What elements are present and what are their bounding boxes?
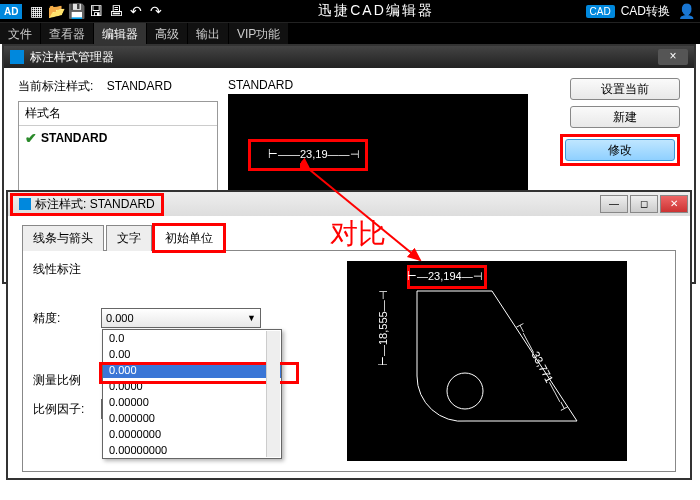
dialog1-close-button[interactable]: × [658,49,688,65]
dialog1-icon [10,50,24,64]
precision-option[interactable]: 0.0 [103,330,281,346]
precision-option[interactable]: 0.00000000 [103,442,281,458]
open-icon[interactable]: 📂 [47,2,65,20]
dialog1-title: 标注样式管理器 [30,49,658,66]
cad-convert-link[interactable]: CAD转换 [621,3,670,20]
precision-option[interactable]: 0.00 [103,346,281,362]
style-list-item[interactable]: ✔ STANDARD [19,126,217,150]
cad-badge-icon: CAD [586,5,615,18]
close-button[interactable]: ✕ [660,195,688,213]
current-style-value: STANDARD [107,79,172,93]
preview-box-2: ⊢—23,194—⊣ ⊢—18,555—⊣ ⊢——33,771——⊣ [347,261,627,461]
menu-editor[interactable]: 编辑器 [94,23,146,44]
new-icon[interactable]: ▦ [27,2,45,20]
precision-combobox[interactable]: 0.000 ▼ 0.0 0.00 0.000 0.0000 0.00000 0.… [101,308,261,328]
tab-content: 线性标注 精度: 0.000 ▼ 0.0 0.00 0.000 0.0000 0… [22,251,676,472]
dialog2-title-highlight: 标注样式: STANDARD [10,193,164,216]
chevron-down-icon: ▼ [247,313,256,323]
menu-advanced[interactable]: 高级 [147,23,187,44]
menu-file[interactable]: 文件 [0,23,40,44]
dialog1-titlebar: 标注样式管理器 × [4,46,694,68]
precision-value: 0.000 [106,312,134,324]
print-icon[interactable]: 🖶 [107,2,125,20]
user-icon[interactable]: 👤 [677,2,695,20]
saveall-icon[interactable]: 🖫 [87,2,105,20]
dialog2-icon [19,198,31,210]
precision-option-selected[interactable]: 0.000 [103,362,281,378]
style-list-header: 样式名 [19,102,217,126]
precision-option[interactable]: 0.0000000 [103,426,281,442]
current-style-row: 当前标注样式: STANDARD [18,78,218,95]
compare-annotation: 对比 [330,215,386,253]
new-button[interactable]: 新建 [570,106,680,128]
linear-dim-group-label: 线性标注 [33,261,333,278]
undo-icon[interactable]: ↶ [127,2,145,20]
maximize-button[interactable]: ◻ [630,195,658,213]
dim-text-1: ⊢——23,19——⊣ [268,148,360,161]
scale-section-label: 测量比例 [33,372,93,389]
dialog2-titlebar: 标注样式: STANDARD — ◻ ✕ [8,192,690,216]
app-title: 迅捷CAD编辑器 [166,2,585,20]
set-current-button[interactable]: 设置当前 [570,78,680,100]
style-item-label: STANDARD [41,131,107,145]
precision-label: 精度: [33,310,93,327]
modify-button-highlight: 修改 [560,134,680,166]
menu-output[interactable]: 输出 [188,23,228,44]
tab-primary-units[interactable]: 初始单位 [154,225,224,251]
check-icon: ✔ [25,130,37,146]
menu-vip[interactable]: VIP功能 [229,23,288,44]
menu-viewer[interactable]: 查看器 [41,23,93,44]
precision-option[interactable]: 0.0000 [103,378,281,394]
redo-icon[interactable]: ↷ [147,2,165,20]
scale-factor-label: 比例因子: [33,401,93,418]
current-style-label: 当前标注样式: [18,79,93,93]
dropdown-scrollbar[interactable] [266,331,280,457]
preview-shape [347,261,627,461]
tab-text[interactable]: 文字 [106,225,152,251]
dialog2-title: 标注样式: STANDARD [35,196,155,213]
preview-label: STANDARD [228,78,528,92]
tab-lines-arrows[interactable]: 线条与箭头 [22,225,104,251]
menu-bar: 文件 查看器 编辑器 高级 输出 VIP功能 [0,22,700,44]
app-logo: AD [0,4,22,19]
minimize-button[interactable]: — [600,195,628,213]
precision-option[interactable]: 0.000000 [103,410,281,426]
save-icon[interactable]: 💾 [67,2,85,20]
precision-option[interactable]: 0.00000 [103,394,281,410]
precision-dropdown[interactable]: 0.0 0.00 0.000 0.0000 0.00000 0.000000 0… [102,329,282,459]
app-toolbar: AD ▦ 📂 💾 🖫 🖶 ↶ ↷ 迅捷CAD编辑器 CAD CAD转换 👤 [0,0,700,22]
modify-button[interactable]: 修改 [565,139,675,161]
